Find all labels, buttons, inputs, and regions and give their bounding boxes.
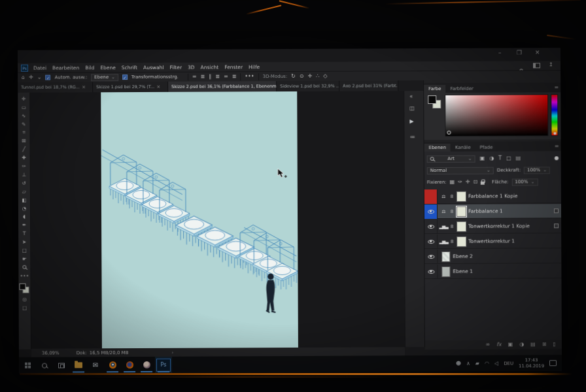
- blend-mode-dropdown[interactable]: Normal ⌄: [427, 167, 494, 174]
- gradient-tool[interactable]: ◧: [20, 197, 28, 203]
- eye-icon[interactable]: [428, 255, 434, 259]
- file-explorer-button[interactable]: [70, 357, 87, 373]
- people-icon[interactable]: ☻: [456, 361, 461, 366]
- lock-all-icon[interactable]: [481, 182, 485, 185]
- visibility-cell[interactable]: [424, 250, 438, 264]
- layer-thumbnail[interactable]: [441, 251, 450, 261]
- eye-icon[interactable]: [428, 225, 434, 229]
- menu-bearbeiten[interactable]: Bearbeiten: [52, 65, 79, 71]
- lock-artboard-icon[interactable]: ⊡: [473, 180, 477, 185]
- filter-smartobject-icon[interactable]: ▤: [516, 155, 521, 161]
- quick-selection-tool[interactable]: ✎: [20, 122, 28, 127]
- path-selection-tool[interactable]: ➤: [20, 239, 29, 244]
- move-tool[interactable]: ✛: [20, 96, 28, 101]
- toolbar-more-icon[interactable]: •••: [20, 273, 29, 278]
- menu-hilfe[interactable]: Fenster: [224, 64, 243, 70]
- menu-bild[interactable]: Bild: [85, 65, 94, 71]
- color-field-indicator[interactable]: [447, 131, 451, 135]
- delete-layer-icon[interactable]: ▯: [553, 342, 555, 347]
- tab-tunnel[interactable]: Tunnel.psd bei 18,7% (RG... ×: [18, 82, 93, 92]
- eye-icon[interactable]: [428, 240, 434, 244]
- taskbar-clock[interactable]: 17:43 11.04.2019: [519, 357, 544, 369]
- volume-icon[interactable]: ◁: [494, 361, 498, 366]
- transform-controls-checkbox[interactable]: ✓: [122, 74, 128, 80]
- align-top-icon[interactable]: ≣: [215, 74, 220, 79]
- frame-tool[interactable]: ⊠: [20, 139, 28, 144]
- filter-pixel-icon[interactable]: ▣: [480, 156, 485, 161]
- align-right-icon[interactable]: ∥: [209, 74, 211, 80]
- panel-menu-icon[interactable]: ≡: [554, 84, 559, 90]
- saturation-brightness-field[interactable]: [445, 94, 548, 137]
- visibility-cell-red[interactable]: [424, 189, 438, 204]
- align-middle-icon[interactable]: ≡: [224, 74, 228, 79]
- quick-mask-button[interactable]: ◎: [20, 297, 29, 302]
- menu-hilfe2[interactable]: Hilfe: [249, 64, 260, 70]
- align-bottom-icon[interactable]: ≣: [232, 74, 237, 79]
- add-mask-icon[interactable]: ▣: [508, 342, 513, 348]
- crop-tool[interactable]: ⌗: [20, 130, 28, 135]
- gimp-button[interactable]: [138, 357, 155, 373]
- color-swatches[interactable]: [19, 284, 29, 294]
- lasso-tool[interactable]: ∿: [20, 113, 28, 118]
- notification-center-icon[interactable]: [549, 360, 557, 366]
- menu-fenster[interactable]: Ansicht: [201, 64, 219, 70]
- history-brush-tool[interactable]: ↺: [20, 180, 28, 186]
- dodge-tool[interactable]: ◖: [20, 214, 29, 220]
- filter-adjustment-icon[interactable]: ◑: [489, 156, 494, 161]
- battery-icon[interactable]: ▰: [475, 361, 479, 366]
- lock-position-icon[interactable]: ✛: [466, 180, 470, 185]
- healing-brush-tool[interactable]: ✚: [20, 155, 28, 160]
- filter-type-icon[interactable]: T: [498, 156, 502, 161]
- clone-stamp-tool[interactable]: ⊥: [20, 172, 28, 177]
- tab-close-icon[interactable]: ×: [82, 84, 86, 90]
- eye-icon[interactable]: [428, 270, 434, 274]
- auto-select-checkbox[interactable]: ✓: [46, 75, 51, 80]
- layer-row-tonwert[interactable]: ▂▅▃ 8 Tonwertkorrektur 1: [424, 234, 562, 249]
- start-button[interactable]: [19, 357, 36, 374]
- visibility-cell[interactable]: [424, 220, 438, 234]
- visibility-cell-blue[interactable]: [424, 204, 438, 219]
- hue-slider-indicator[interactable]: [553, 132, 556, 135]
- eyedropper-tool[interactable]: ╱: [20, 147, 28, 152]
- shape-tool[interactable]: □: [20, 248, 29, 253]
- tool-preset-caret-icon[interactable]: ⌄: [37, 75, 42, 80]
- firefox-button[interactable]: [121, 357, 138, 373]
- menu-3d[interactable]: Filter: [169, 64, 182, 70]
- lock-transparent-icon[interactable]: ▦: [449, 180, 455, 185]
- home-icon[interactable]: ⌂: [22, 75, 25, 80]
- tab-farbe[interactable]: Farbe: [424, 85, 445, 93]
- tab-skizze1[interactable]: Skizze 1.psd bei 29,7% (T... ×: [93, 82, 168, 92]
- filter-toggle-icon[interactable]: ●: [555, 155, 559, 161]
- foreground-color-swatch[interactable]: [19, 284, 26, 290]
- lock-pixels-icon[interactable]: ✑: [458, 180, 462, 185]
- layer-thumbnail[interactable]: [441, 266, 450, 276]
- auto-select-dropdown[interactable]: Ebene ⌄: [91, 74, 118, 81]
- layer-row-ebene1[interactable]: Ebene 1: [424, 264, 562, 279]
- zoom-tool[interactable]: [20, 265, 29, 270]
- pen-tool[interactable]: ✒: [20, 223, 29, 228]
- tab-axo2[interactable]: Axo 2.psd bei 31% (Farbt... ×: [339, 80, 398, 91]
- align-left-icon[interactable]: ≡: [192, 74, 197, 80]
- type-tool[interactable]: T: [20, 231, 29, 236]
- actions-panel-icon[interactable]: ▶: [409, 118, 413, 124]
- close-button[interactable]: ✕: [535, 49, 540, 56]
- share-icon[interactable]: ↥: [549, 62, 553, 67]
- wifi-icon[interactable]: ◠: [485, 361, 489, 366]
- layer-row-ebene2[interactable]: Ebene 2: [424, 249, 562, 264]
- menu-ansicht[interactable]: 3D: [188, 64, 195, 70]
- menu-auswahl[interactable]: Auswahl: [143, 64, 164, 70]
- tab-close-icon[interactable]: ×: [156, 84, 160, 90]
- keyboard-language[interactable]: DEU: [504, 361, 513, 366]
- workspace-icon[interactable]: [533, 63, 540, 68]
- align-center-icon[interactable]: ≣: [201, 74, 205, 80]
- tab-skizze2-active[interactable]: Skizze 2.psd bei 36,1% (Farbbalance 1, E…: [168, 81, 277, 91]
- visibility-cell[interactable]: [424, 235, 438, 249]
- restore-button[interactable]: ❐: [517, 49, 522, 56]
- tab-farbfelder[interactable]: Farbfelder: [445, 85, 477, 93]
- task-view-button[interactable]: [53, 357, 70, 373]
- menu-ebene[interactable]: Ebene: [100, 65, 116, 71]
- collapse-panels-icon[interactable]: «: [409, 93, 413, 99]
- layer-mask-thumbnail-selected[interactable]: [457, 206, 466, 216]
- layer-mask-thumbnail[interactable]: [457, 191, 466, 201]
- foreground-color-swatch[interactable]: [428, 95, 436, 104]
